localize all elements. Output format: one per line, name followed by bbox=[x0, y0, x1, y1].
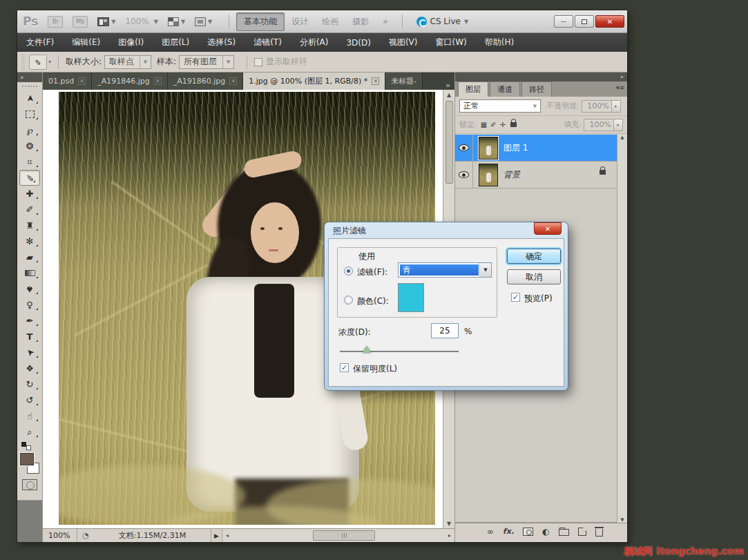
link-layers-icon[interactable]: ∞ bbox=[487, 528, 494, 536]
cs-live-button[interactable]: CS Live ▼ bbox=[416, 17, 468, 27]
scroll-down-icon[interactable]: ▼ bbox=[620, 517, 624, 523]
lock-pixels-icon[interactable]: ✐ bbox=[490, 121, 496, 128]
rectangular-marquee-tool[interactable] bbox=[17, 106, 42, 122]
history-brush-tool[interactable]: ✻ bbox=[17, 233, 42, 249]
eyedropper-tool-preset[interactable]: ✎ bbox=[29, 55, 47, 70]
workspace-essentials[interactable]: 基本功能 bbox=[236, 12, 285, 31]
scroll-up-icon[interactable]: ▲ bbox=[443, 90, 454, 99]
color-swatch[interactable] bbox=[398, 283, 424, 312]
menu-filter[interactable]: 滤镜(T) bbox=[244, 37, 291, 48]
lock-all-icon[interactable] bbox=[510, 122, 517, 127]
layer-row-background[interactable]: 背景 bbox=[455, 162, 617, 189]
blur-tool[interactable]: ♠ bbox=[17, 281, 42, 297]
default-colors-icon[interactable] bbox=[21, 442, 31, 450]
fill-field[interactable]: 100% bbox=[584, 119, 614, 131]
vertical-scroll-thumb[interactable] bbox=[445, 101, 453, 184]
lasso-tool[interactable]: ℘ bbox=[17, 122, 42, 138]
menu-image[interactable]: 图像(I) bbox=[109, 37, 153, 48]
filter-dropdown[interactable]: 青 ▼ bbox=[398, 262, 492, 278]
adjustment-layer-icon[interactable]: ◐ bbox=[542, 528, 549, 536]
workspace-photography[interactable]: 摄影 bbox=[345, 13, 376, 30]
move-tool[interactable]: ➤ bbox=[17, 90, 42, 106]
workspace-design[interactable]: 设计 bbox=[285, 13, 315, 30]
tool-preset-caret[interactable]: ▾ bbox=[48, 59, 51, 65]
show-sampling-ring-checkbox[interactable] bbox=[254, 58, 262, 66]
pen-tool[interactable]: ✒ bbox=[17, 313, 42, 329]
clone-stamp-tool[interactable]: ♜ bbox=[17, 218, 42, 233]
zoom-tool[interactable]: ⌕ bbox=[17, 424, 42, 440]
add-mask-icon[interactable] bbox=[523, 528, 533, 536]
gradient-tool[interactable] bbox=[17, 265, 42, 281]
restore-button[interactable] bbox=[575, 15, 594, 28]
close-tab-icon[interactable]: × bbox=[154, 77, 162, 85]
sample-layers-dropdown[interactable]: 所有图层 ▼ bbox=[179, 55, 234, 69]
scroll-track[interactable] bbox=[232, 529, 445, 542]
path-selection-tool[interactable]: ➤ bbox=[17, 345, 42, 360]
dodge-tool[interactable]: ♀ bbox=[17, 297, 42, 313]
3d-orbit-tool[interactable]: ↺ bbox=[17, 392, 42, 408]
delete-layer-icon[interactable] bbox=[595, 529, 603, 537]
sample-size-dropdown[interactable]: 取样点 ▼ bbox=[104, 55, 151, 69]
menu-layer[interactable]: 图层(L) bbox=[153, 37, 198, 48]
tab-layers[interactable]: 图层 bbox=[458, 81, 488, 97]
tab-overflow-button[interactable]: » bbox=[441, 81, 454, 90]
3d-rotate-tool[interactable]: ↻ bbox=[17, 376, 42, 392]
scroll-down-icon[interactable]: ▼ bbox=[443, 519, 454, 528]
close-button[interactable]: ✕ bbox=[595, 15, 624, 28]
menu-view[interactable]: 视图(V) bbox=[380, 37, 427, 48]
layer-row-layer1[interactable]: 图层 1 bbox=[455, 135, 617, 162]
screen-mode-button[interactable]: ▼ bbox=[195, 17, 212, 26]
eraser-tool[interactable]: ▰ bbox=[17, 249, 42, 265]
spot-healing-brush-tool[interactable]: ✚ bbox=[17, 186, 42, 202]
layer-thumbnail[interactable] bbox=[479, 137, 498, 160]
panel-collapse-button[interactable]: » bbox=[455, 73, 627, 81]
lock-transparency-icon[interactable]: ▦ bbox=[481, 121, 487, 128]
blend-mode-dropdown[interactable]: 正常 ▼ bbox=[459, 99, 541, 113]
fill-spinner[interactable]: ▸ bbox=[614, 119, 623, 131]
quick-selection-tool[interactable]: ❂ bbox=[17, 138, 42, 154]
scroll-left-icon[interactable]: ◂ bbox=[222, 531, 232, 541]
workspace-painting[interactable]: 绘画 bbox=[315, 13, 345, 30]
doc-tab-1jpg-active[interactable]: 1.jpg @ 100% (图层 1, RGB/8) * × bbox=[243, 73, 385, 90]
quick-mask-button[interactable] bbox=[22, 479, 37, 490]
menu-file[interactable]: 文件(F) bbox=[17, 37, 63, 48]
layer-thumbnail[interactable] bbox=[479, 164, 498, 186]
horizontal-scrollbar[interactable]: ◂ ▸ bbox=[222, 529, 454, 542]
view-extras-button[interactable]: ▼ bbox=[97, 17, 115, 26]
new-layer-icon[interactable] bbox=[578, 528, 586, 536]
layers-scrollbar[interactable]: ▲ ▼ bbox=[617, 135, 627, 523]
chevron-down-icon[interactable]: ▼ bbox=[479, 263, 491, 277]
status-zoom-field[interactable]: 100% bbox=[43, 529, 77, 542]
menu-analysis[interactable]: 分析(A) bbox=[291, 37, 338, 48]
close-tab-icon[interactable]: × bbox=[229, 77, 237, 85]
panel-menu-icon[interactable]: ▾≡ bbox=[616, 84, 624, 91]
new-group-icon[interactable] bbox=[559, 529, 569, 536]
doc-tab-a191860[interactable]: _A191860.jpg × bbox=[168, 73, 244, 90]
density-slider-thumb[interactable] bbox=[363, 346, 371, 353]
menu-help[interactable]: 帮助(H) bbox=[476, 37, 523, 48]
zoom-level-dropdown[interactable]: 100% ▼ bbox=[125, 17, 157, 26]
bridge-button[interactable]: Br bbox=[48, 16, 63, 28]
horizontal-scroll-thumb[interactable] bbox=[313, 530, 375, 541]
menu-select[interactable]: 选择(S) bbox=[198, 37, 244, 48]
cancel-button[interactable]: 取消 bbox=[507, 269, 561, 284]
menu-edit[interactable]: 编辑(E) bbox=[63, 37, 109, 48]
close-tab-icon[interactable]: × bbox=[78, 77, 86, 85]
custom-shape-tool[interactable]: ❖ bbox=[17, 360, 42, 376]
crop-tool[interactable]: ⌗ bbox=[17, 154, 42, 170]
toolbox-grip[interactable] bbox=[21, 84, 38, 89]
layer-name[interactable]: 图层 1 bbox=[504, 142, 528, 154]
hand-tool[interactable]: ☝ bbox=[17, 408, 42, 424]
arrange-documents-button[interactable]: ▼ bbox=[168, 17, 185, 26]
filter-radio[interactable] bbox=[344, 267, 353, 276]
foreground-color-swatch[interactable] bbox=[20, 453, 34, 465]
dialog-close-button[interactable]: ✕ bbox=[534, 222, 562, 235]
scroll-up-icon[interactable]: ▲ bbox=[620, 135, 624, 140]
preview-checkbox[interactable]: ✓ bbox=[511, 293, 520, 302]
layer-name[interactable]: 背景 bbox=[504, 169, 520, 181]
preserve-luminosity-checkbox[interactable]: ✓ bbox=[340, 363, 349, 372]
ok-button[interactable]: 确定 bbox=[507, 249, 561, 264]
layer-style-icon[interactable]: fx. bbox=[503, 528, 514, 535]
eyedropper-tool[interactable]: ✎ bbox=[19, 170, 40, 186]
workspace-overflow[interactable]: » bbox=[376, 14, 394, 29]
